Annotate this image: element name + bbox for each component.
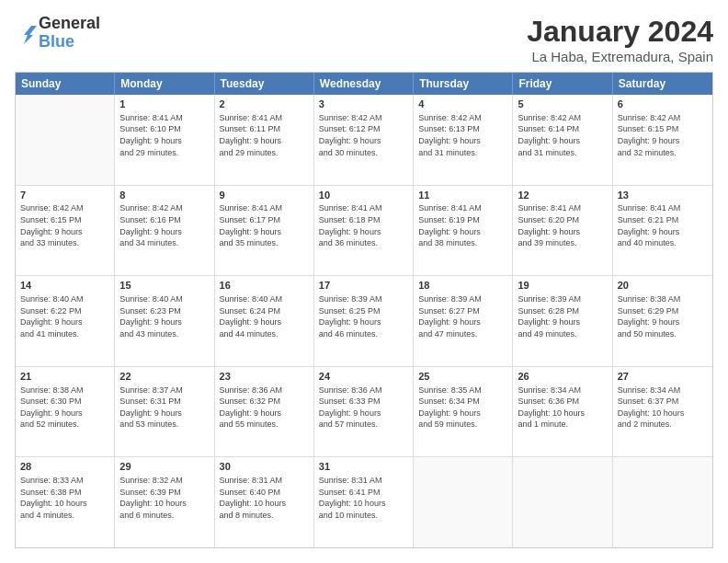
day-cell-14: 14Sunrise: 8:40 AM Sunset: 6:22 PM Dayli… xyxy=(16,276,115,366)
header-day-monday: Monday xyxy=(115,73,214,95)
day-info: Sunrise: 8:37 AM Sunset: 6:31 PM Dayligh… xyxy=(119,385,209,431)
day-number: 14 xyxy=(20,279,109,293)
calendar-row-0: 1Sunrise: 8:41 AM Sunset: 6:10 PM Daylig… xyxy=(16,95,712,186)
day-cell-5: 5Sunrise: 8:42 AM Sunset: 6:14 PM Daylig… xyxy=(513,95,612,185)
day-number: 4 xyxy=(418,98,507,111)
day-info: Sunrise: 8:41 AM Sunset: 6:21 PM Dayligh… xyxy=(618,202,708,248)
day-info: Sunrise: 8:41 AM Sunset: 6:18 PM Dayligh… xyxy=(319,202,408,248)
day-cell-18: 18Sunrise: 8:39 AM Sunset: 6:27 PM Dayli… xyxy=(414,276,513,366)
day-number: 13 xyxy=(618,189,708,202)
day-number: 21 xyxy=(20,370,109,384)
empty-cell-4-4 xyxy=(414,457,513,547)
day-info: Sunrise: 8:42 AM Sunset: 6:15 PM Dayligh… xyxy=(618,112,708,158)
day-number: 20 xyxy=(618,279,708,293)
day-info: Sunrise: 8:40 AM Sunset: 6:23 PM Dayligh… xyxy=(119,293,209,339)
page: General Blue January 2024 La Haba, Extre… xyxy=(0,0,728,563)
day-cell-6: 6Sunrise: 8:42 AM Sunset: 6:15 PM Daylig… xyxy=(613,95,712,185)
day-cell-19: 19Sunrise: 8:39 AM Sunset: 6:28 PM Dayli… xyxy=(513,276,612,366)
day-info: Sunrise: 8:39 AM Sunset: 6:27 PM Dayligh… xyxy=(418,293,507,339)
day-info: Sunrise: 8:42 AM Sunset: 6:12 PM Dayligh… xyxy=(319,112,408,158)
day-info: Sunrise: 8:38 AM Sunset: 6:29 PM Dayligh… xyxy=(618,293,708,339)
day-number: 15 xyxy=(119,279,209,293)
day-cell-21: 21Sunrise: 8:38 AM Sunset: 6:30 PM Dayli… xyxy=(16,367,115,457)
header-day-wednesday: Wednesday xyxy=(314,73,414,95)
header-day-thursday: Thursday xyxy=(414,73,513,95)
day-info: Sunrise: 8:40 AM Sunset: 6:24 PM Dayligh… xyxy=(220,293,309,339)
day-number: 18 xyxy=(418,279,507,293)
day-cell-31: 31Sunrise: 8:31 AM Sunset: 6:41 PM Dayli… xyxy=(314,457,414,547)
day-cell-12: 12Sunrise: 8:41 AM Sunset: 6:20 PM Dayli… xyxy=(513,186,612,276)
day-number: 9 xyxy=(220,189,309,202)
header-day-tuesday: Tuesday xyxy=(215,73,314,95)
day-cell-27: 27Sunrise: 8:34 AM Sunset: 6:37 PM Dayli… xyxy=(613,367,712,457)
day-cell-8: 8Sunrise: 8:42 AM Sunset: 6:16 PM Daylig… xyxy=(115,186,214,276)
calendar-row-2: 14Sunrise: 8:40 AM Sunset: 6:22 PM Dayli… xyxy=(16,276,712,367)
day-number: 1 xyxy=(119,98,209,111)
day-info: Sunrise: 8:38 AM Sunset: 6:30 PM Dayligh… xyxy=(20,385,109,431)
title-area: January 2024 La Haba, Extremadura, Spain xyxy=(527,15,713,64)
day-info: Sunrise: 8:35 AM Sunset: 6:34 PM Dayligh… xyxy=(418,385,507,431)
day-number: 6 xyxy=(618,98,708,111)
calendar-row-1: 7Sunrise: 8:42 AM Sunset: 6:15 PM Daylig… xyxy=(16,186,712,277)
logo-blue-text: Blue xyxy=(39,33,100,52)
header: General Blue January 2024 La Haba, Extre… xyxy=(15,15,713,64)
day-cell-23: 23Sunrise: 8:36 AM Sunset: 6:32 PM Dayli… xyxy=(215,367,314,457)
header-day-saturday: Saturday xyxy=(613,73,712,95)
day-cell-24: 24Sunrise: 8:36 AM Sunset: 6:33 PM Dayli… xyxy=(314,367,414,457)
day-info: Sunrise: 8:42 AM Sunset: 6:16 PM Dayligh… xyxy=(119,202,209,248)
day-number: 3 xyxy=(319,98,408,111)
day-number: 7 xyxy=(20,189,109,202)
day-info: Sunrise: 8:42 AM Sunset: 6:13 PM Dayligh… xyxy=(418,112,507,158)
day-number: 11 xyxy=(418,189,507,202)
day-number: 19 xyxy=(518,279,607,293)
day-number: 16 xyxy=(220,279,309,293)
day-cell-9: 9Sunrise: 8:41 AM Sunset: 6:17 PM Daylig… xyxy=(215,186,314,276)
day-number: 12 xyxy=(518,189,607,202)
day-number: 22 xyxy=(119,370,209,384)
day-cell-30: 30Sunrise: 8:31 AM Sunset: 6:40 PM Dayli… xyxy=(215,457,314,547)
day-info: Sunrise: 8:39 AM Sunset: 6:25 PM Dayligh… xyxy=(319,293,408,339)
day-cell-29: 29Sunrise: 8:32 AM Sunset: 6:39 PM Dayli… xyxy=(115,457,214,547)
header-day-friday: Friday xyxy=(513,73,612,95)
day-cell-4: 4Sunrise: 8:42 AM Sunset: 6:13 PM Daylig… xyxy=(414,95,513,185)
location: La Haba, Extremadura, Spain xyxy=(527,49,713,64)
day-number: 5 xyxy=(518,98,607,111)
day-info: Sunrise: 8:39 AM Sunset: 6:28 PM Dayligh… xyxy=(518,293,607,339)
day-info: Sunrise: 8:40 AM Sunset: 6:22 PM Dayligh… xyxy=(20,293,109,339)
day-cell-13: 13Sunrise: 8:41 AM Sunset: 6:21 PM Dayli… xyxy=(613,186,712,276)
month-title: January 2024 xyxy=(527,15,713,49)
day-cell-7: 7Sunrise: 8:42 AM Sunset: 6:15 PM Daylig… xyxy=(16,186,115,276)
day-cell-15: 15Sunrise: 8:40 AM Sunset: 6:23 PM Dayli… xyxy=(115,276,214,366)
day-number: 23 xyxy=(220,370,309,384)
day-info: Sunrise: 8:32 AM Sunset: 6:39 PM Dayligh… xyxy=(119,475,209,521)
logo: General Blue xyxy=(15,15,100,52)
calendar-row-3: 21Sunrise: 8:38 AM Sunset: 6:30 PM Dayli… xyxy=(16,367,712,458)
logo-general-text: General xyxy=(39,15,100,33)
day-info: Sunrise: 8:41 AM Sunset: 6:20 PM Dayligh… xyxy=(518,202,607,248)
logo-icon xyxy=(15,22,37,44)
day-number: 24 xyxy=(319,370,408,384)
day-info: Sunrise: 8:33 AM Sunset: 6:38 PM Dayligh… xyxy=(20,475,109,521)
day-info: Sunrise: 8:36 AM Sunset: 6:32 PM Dayligh… xyxy=(220,385,309,431)
day-number: 2 xyxy=(220,98,309,111)
day-number: 29 xyxy=(119,460,209,474)
day-number: 26 xyxy=(518,370,607,384)
day-number: 25 xyxy=(418,370,507,384)
day-cell-20: 20Sunrise: 8:38 AM Sunset: 6:29 PM Dayli… xyxy=(613,276,712,366)
day-cell-28: 28Sunrise: 8:33 AM Sunset: 6:38 PM Dayli… xyxy=(16,457,115,547)
day-info: Sunrise: 8:36 AM Sunset: 6:33 PM Dayligh… xyxy=(319,385,408,431)
day-info: Sunrise: 8:41 AM Sunset: 6:19 PM Dayligh… xyxy=(418,202,507,248)
day-cell-2: 2Sunrise: 8:41 AM Sunset: 6:11 PM Daylig… xyxy=(215,95,314,185)
day-cell-11: 11Sunrise: 8:41 AM Sunset: 6:19 PM Dayli… xyxy=(414,186,513,276)
day-cell-26: 26Sunrise: 8:34 AM Sunset: 6:36 PM Dayli… xyxy=(513,367,612,457)
day-number: 10 xyxy=(319,189,408,202)
day-info: Sunrise: 8:31 AM Sunset: 6:41 PM Dayligh… xyxy=(319,475,408,521)
day-cell-16: 16Sunrise: 8:40 AM Sunset: 6:24 PM Dayli… xyxy=(215,276,314,366)
day-number: 30 xyxy=(220,460,309,474)
calendar-header: SundayMondayTuesdayWednesdayThursdayFrid… xyxy=(16,73,712,95)
day-cell-10: 10Sunrise: 8:41 AM Sunset: 6:18 PM Dayli… xyxy=(314,186,414,276)
day-info: Sunrise: 8:41 AM Sunset: 6:11 PM Dayligh… xyxy=(220,112,309,158)
day-number: 8 xyxy=(119,189,209,202)
day-info: Sunrise: 8:31 AM Sunset: 6:40 PM Dayligh… xyxy=(220,475,309,521)
svg-marker-0 xyxy=(24,26,37,44)
